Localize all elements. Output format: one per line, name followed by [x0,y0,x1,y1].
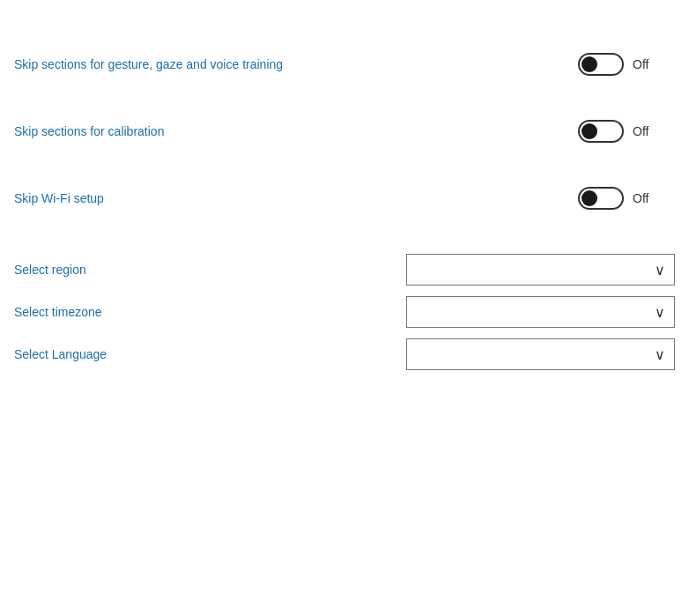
chevron-down-icon-0: ∨ [655,262,665,278]
toggle-state-label-2: Off [633,191,657,205]
toggle-state-label-1: Off [633,124,657,138]
dropdown-row-2: Select Language∨ [14,338,675,370]
chevron-down-icon-2: ∨ [655,346,665,363]
toggle-label-0: Skip sections for gesture, gaze and voic… [14,57,283,71]
toggle-knob-2 [582,190,597,206]
toggle-label-2: Skip Wi-Fi setup [14,191,104,205]
toggle-state-label-0: Off [633,57,657,71]
dropdown-2[interactable]: ∨ [406,338,675,370]
toggle-switch-2[interactable] [578,187,624,210]
dropdown-label-2: Select Language [14,347,107,361]
toggle-group-2: Off [578,187,657,210]
setting-row-1: Skip sections for calibrationOff [14,120,675,143]
toggle-knob-0 [582,56,597,72]
setting-row-2: Skip Wi-Fi setupOff [14,187,675,210]
toggle-group-1: Off [578,120,657,143]
toggle-switch-1[interactable] [578,120,624,143]
dropdown-label-1: Select timezone [14,305,102,319]
dropdown-1[interactable]: ∨ [406,296,675,328]
toggle-switch-0[interactable] [578,53,624,76]
dropdown-label-0: Select region [14,263,86,277]
dropdown-row-1: Select timezone∨ [14,296,675,328]
toggle-group-0: Off [578,53,657,76]
dropdown-row-0: Select region∨ [14,254,675,286]
toggle-knob-1 [582,123,597,139]
setting-row-0: Skip sections for gesture, gaze and voic… [14,53,675,76]
toggle-label-1: Skip sections for calibration [14,124,164,138]
dropdown-0[interactable]: ∨ [406,254,675,286]
chevron-down-icon-1: ∨ [655,304,665,321]
